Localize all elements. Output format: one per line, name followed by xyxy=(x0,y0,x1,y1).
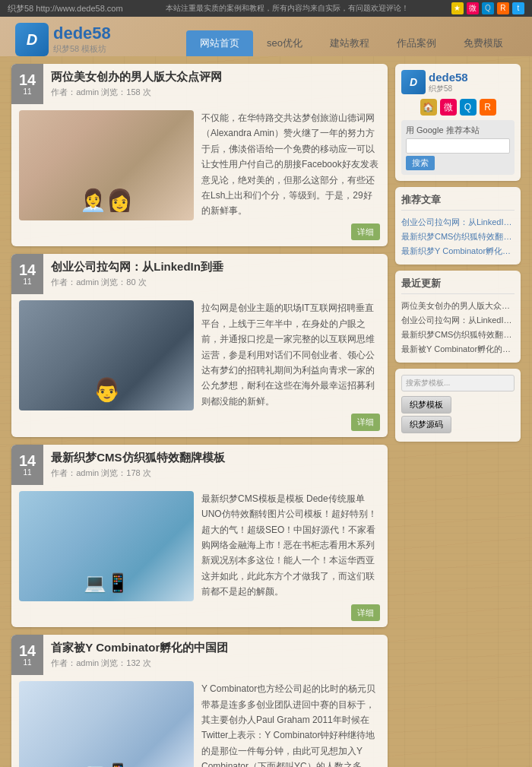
google-search-button[interactable]: 搜索 xyxy=(406,156,435,170)
article-card-1: 14 11 两位美女创办的男人版大众点评网 作者：admin 浏览：158 次 … xyxy=(11,64,388,246)
sidebar-recommend-section: 推荐文章 创业公司拉勾网：从LinkedIn到垂 最新织梦CMS仿织狐特效翻牌模… xyxy=(395,187,521,265)
sidebar-update-title: 最近更新 xyxy=(401,277,515,294)
article-text-4: Y Combinator也方经公司起的比时的杨元贝带慕是连多多创业团队进回中赛的… xyxy=(201,681,380,767)
sidebar-icons: 🏠 微 Q R xyxy=(401,99,515,116)
top-bar-desc: 本站注重最实质的案例和教程，所有内容均来自实际，有问题欢迎评论！ xyxy=(166,3,409,14)
twitter-icon[interactable]: t xyxy=(512,2,524,14)
article-img-inner-2 xyxy=(19,300,194,410)
article-title-wrap-3: 最新织梦CMS仿织狐特效翻牌模板 作者：admin 浏览：178 次 xyxy=(43,445,388,485)
update-item-1[interactable]: 两位美女创办的男人版大众点评网 xyxy=(401,299,515,313)
sidebar-logo-icon: D xyxy=(401,70,426,94)
sidebar-recommend-title: 推荐文章 xyxy=(401,193,515,211)
logo-name: dede58 xyxy=(53,25,111,42)
logo-sub: 织梦58 模板坊 xyxy=(53,43,111,55)
article-body-2: 拉勾网是创业主题的职场IT互联网招聘垂直平台，上线于三年半中，在身处的户眼之前，… xyxy=(11,294,388,436)
nav-item-home[interactable]: 网站首页 xyxy=(186,30,253,56)
article-meta-2: 作者：admin 浏览：80 次 xyxy=(51,277,380,288)
recommend-link-3[interactable]: 最新织梦Y Combinator孵化的中国团 xyxy=(401,244,515,258)
nav-item-free[interactable]: 免费模版 xyxy=(450,30,517,56)
article-meta-1: 作者：admin 浏览：158 次 xyxy=(51,87,380,98)
google-search-box: 用 Google 推荐本站 搜索 xyxy=(401,120,515,175)
date-day-3: 14 xyxy=(19,453,36,468)
article-img-inner-3 xyxy=(19,491,194,601)
article-image-1 xyxy=(19,110,194,220)
article-title-2[interactable]: 创业公司拉勾网：从LinkedIn到垂 xyxy=(51,260,380,274)
sidebar-update-section: 最近更新 两位美女创办的男人版大众点评网 创业公司拉勾网：从LinkedIn到垂… xyxy=(395,271,521,363)
header: D dede58 织梦58 模板坊 网站首页 seo优化 建站教程 作品案例 免… xyxy=(0,17,532,56)
article-image-4 xyxy=(19,681,194,767)
logo: D dede58 织梦58 模板坊 xyxy=(15,23,111,56)
article-title-3[interactable]: 最新织梦CMS仿织狐特效翻牌模板 xyxy=(51,451,380,465)
date-month-3: 11 xyxy=(24,468,32,477)
article-header-2: 14 11 创业公司拉勾网：从LinkedIn到垂 作者：admin 浏览：80… xyxy=(11,254,388,294)
sidebar: D dede58 织梦58 🏠 微 Q R 用 Google 推荐本站 搜索 推… xyxy=(395,64,521,767)
article-text-2: 拉勾网是创业主题的职场IT互联网招聘垂直平台，上线于三年半中，在身处的户眼之前，… xyxy=(201,300,380,430)
article-header-1: 14 11 两位美女创办的男人版大众点评网 作者：admin 浏览：158 次 xyxy=(11,64,388,104)
date-badge-2: 14 11 xyxy=(11,254,43,294)
read-more-btn-3[interactable]: 详细 xyxy=(351,604,380,622)
dream-btn-1[interactable]: 织梦模板 xyxy=(401,396,451,414)
top-bar-icons: ★ 微 Q R t xyxy=(451,2,524,14)
read-more-btn-1[interactable]: 详细 xyxy=(351,223,380,241)
article-title-1[interactable]: 两位美女创办的男人版大众点评网 xyxy=(51,70,380,84)
article-meta-4: 作者：admin 浏览：132 次 xyxy=(51,658,380,669)
article-title-wrap-2: 创业公司拉勾网：从LinkedIn到垂 作者：admin 浏览：80 次 xyxy=(43,254,388,294)
date-day-2: 14 xyxy=(19,262,36,277)
content-area: 14 11 两位美女创办的男人版大众点评网 作者：admin 浏览：158 次 … xyxy=(11,64,388,767)
sidebar-logo-header: D dede58 织梦58 xyxy=(401,70,515,94)
main-nav: 网站首页 seo优化 建站教程 作品案例 免费模版 xyxy=(186,30,517,56)
top-bar-url: 织梦58 http://www.dede58.com xyxy=(8,3,123,14)
nav-item-portfolio[interactable]: 作品案例 xyxy=(383,30,450,56)
article-body-4: Y Combinator也方经公司起的比时的杨元贝带慕是连多多创业团队进回中赛的… xyxy=(11,675,388,767)
sidebar-logo-block: D dede58 织梦58 🏠 微 Q R 用 Google 推荐本站 搜索 xyxy=(395,64,521,181)
recommend-link-2[interactable]: 最新织梦CMS仿织狐特效翻牌模板情况 xyxy=(401,230,515,244)
dream-search-placeholder: 搜索梦模板... xyxy=(401,375,515,391)
logo-icon: D xyxy=(15,23,49,56)
date-badge-4: 14 11 xyxy=(11,635,43,675)
sidebar-logo-name: dede58 xyxy=(429,71,468,84)
article-title-4[interactable]: 首家被Y Combinator孵化的中国团 xyxy=(51,641,380,655)
date-day-1: 14 xyxy=(19,72,36,87)
article-img-inner-4 xyxy=(19,681,194,767)
qq-sb-icon[interactable]: Q xyxy=(460,99,477,116)
update-item-2[interactable]: 创业公司拉勾网：从LinkedIn到垂 xyxy=(401,313,515,328)
date-month-2: 11 xyxy=(24,277,32,286)
article-text-3: 最新织梦CMS模板是模板 Dede传统服单UNO仿特效翻转图片公司模板！超好特别… xyxy=(201,491,380,621)
weibo-sb-icon[interactable]: 微 xyxy=(440,99,457,116)
article-title-wrap-4: 首家被Y Combinator孵化的中国团 作者：admin 浏览：132 次 xyxy=(43,635,388,675)
article-card-4: 14 11 首家被Y Combinator孵化的中国团 作者：admin 浏览：… xyxy=(11,635,388,767)
top-bar: 织梦58 http://www.dede58.com 本站注重最实质的案例和教程… xyxy=(0,0,532,17)
article-meta-3: 作者：admin 浏览：178 次 xyxy=(51,467,380,479)
home-icon[interactable]: 🏠 xyxy=(420,99,437,116)
rss-icon[interactable]: R xyxy=(497,2,509,14)
article-body-1: 不仅能，在华特路交共达梦创旅游山德词网（Alexandra Amin）赞火继了一… xyxy=(11,104,388,246)
article-title-wrap-1: 两位美女创办的男人版大众点评网 作者：admin 浏览：158 次 xyxy=(43,64,388,104)
rss-sb-icon[interactable]: R xyxy=(480,99,496,116)
update-item-3[interactable]: 最新织梦CMS仿织狐特效翻牌模板情况 xyxy=(401,328,515,342)
update-item-4[interactable]: 最新被Y Combinator孵化的中国团 xyxy=(401,342,515,357)
weibo-icon[interactable]: 微 xyxy=(467,2,479,14)
date-day-4: 14 xyxy=(19,643,36,658)
read-more-btn-2[interactable]: 详细 xyxy=(351,414,380,431)
article-image-3 xyxy=(19,491,194,601)
article-img-inner-1 xyxy=(19,110,194,220)
article-header-4: 14 11 首家被Y Combinator孵化的中国团 作者：admin 浏览：… xyxy=(11,635,388,675)
nav-item-tutorial[interactable]: 建站教程 xyxy=(316,30,383,56)
nav-item-seo[interactable]: seo优化 xyxy=(253,30,316,56)
sidebar-logo-sub: 织梦58 xyxy=(429,84,468,94)
article-header-3: 14 11 最新织梦CMS仿织狐特效翻牌模板 作者：admin 浏览：178 次 xyxy=(11,445,388,485)
qq-icon[interactable]: Q xyxy=(482,2,494,14)
star-icon[interactable]: ★ xyxy=(451,2,464,14)
recommend-link-1[interactable]: 创业公司拉勾网：从LinkedIn到垂 xyxy=(401,215,515,230)
article-body-3: 最新织梦CMS模板是模板 Dede传统服单UNO仿特效翻转图片公司模板！超好特别… xyxy=(11,485,388,627)
date-month-1: 11 xyxy=(24,87,32,96)
article-image-2 xyxy=(19,300,194,410)
article-card-2: 14 11 创业公司拉勾网：从LinkedIn到垂 作者：admin 浏览：80… xyxy=(11,254,388,436)
date-badge-3: 14 11 xyxy=(11,445,43,485)
article-card-3: 14 11 最新织梦CMS仿织狐特效翻牌模板 作者：admin 浏览：178 次… xyxy=(11,445,388,627)
dream-btn-2[interactable]: 织梦源码 xyxy=(401,416,451,433)
date-month-4: 11 xyxy=(24,658,32,667)
google-search-input[interactable] xyxy=(406,138,510,154)
google-search-label: 用 Google 推荐本站 xyxy=(406,125,510,136)
article-text-1: 不仅能，在华特路交共达梦创旅游山德词网（Alexandra Amin）赞火继了一… xyxy=(201,110,380,240)
